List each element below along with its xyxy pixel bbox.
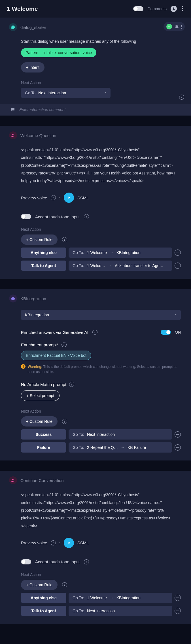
custom-rule-button[interactable]: + Custom Rule xyxy=(21,580,58,590)
touch-tone-label: Accept touch-tone input xyxy=(35,559,80,564)
info-icon[interactable]: i xyxy=(179,95,184,100)
add-intent-button[interactable]: + Intent xyxy=(21,62,44,72)
rule-target[interactable]: Go To: Next Interaction xyxy=(69,429,172,440)
card-title: Welcome Question xyxy=(20,133,56,138)
svg-point-2 xyxy=(13,134,14,135)
next-action-label: Next Action xyxy=(21,409,181,413)
enriched-label: Enriched answers via Generative AI xyxy=(21,330,88,335)
play-button[interactable] xyxy=(64,538,74,548)
card-overflow-icon[interactable] xyxy=(181,25,182,29)
kb-integration-card: KBIntegration KBIntegration Enriched ans… xyxy=(0,289,191,460)
dialog-description: Start this dialog when user message matc… xyxy=(21,39,181,44)
chevron-down-icon xyxy=(174,312,177,317)
remove-rule-button[interactable] xyxy=(175,444,181,451)
rule-row: Talk to Agent Go To: 1 Welco… → Ask abou… xyxy=(21,261,181,271)
info-icon[interactable]: i xyxy=(62,237,67,242)
kb-select[interactable]: KBIntegration xyxy=(21,310,181,320)
info-icon[interactable]: i xyxy=(62,419,67,424)
next-action-select[interactable]: Go To: Next Interaction xyxy=(21,88,111,98)
enrichment-chip[interactable]: Enrichment Factual EN - Voice bot xyxy=(21,351,91,360)
rule-condition[interactable]: Success xyxy=(21,429,66,440)
info-icon[interactable]: i xyxy=(62,582,67,587)
rule-row: Failure Go To: 2 Repeat the Q… → KB Fail… xyxy=(21,442,181,453)
overflow-menu-icon[interactable] xyxy=(181,5,184,12)
play-button[interactable] xyxy=(64,193,74,203)
no-match-label: No Article Match prompt xyxy=(21,382,66,387)
touch-tone-label: Accept touch-tone input xyxy=(35,214,80,219)
comments-toggle[interactable] xyxy=(133,6,143,11)
rule-condition[interactable]: Talk to Agent xyxy=(21,606,66,616)
touch-tone-toggle[interactable] xyxy=(21,214,31,219)
rule-condition[interactable]: Talk to Agent xyxy=(21,261,66,271)
warning-icon: ! xyxy=(21,364,26,369)
svg-point-0 xyxy=(173,7,175,9)
preview-voice-label: Preview voice xyxy=(21,540,47,545)
preview-voice-label: Preview voice xyxy=(21,195,47,200)
info-icon[interactable]: i xyxy=(51,195,56,200)
custom-rule-button[interactable]: + Custom Rule xyxy=(21,234,58,245)
warning-row: ! Warning: This is the default prompt, w… xyxy=(21,364,181,374)
question-icon xyxy=(9,476,17,484)
select-prompt-button[interactable]: + Select prompt xyxy=(21,390,60,401)
card-title: KBIntegration xyxy=(20,296,46,301)
rule-target[interactable]: Go To: 1 Welco… → Ask about transfer to … xyxy=(69,261,172,271)
comment-icon xyxy=(10,107,15,112)
remove-rule-button[interactable] xyxy=(175,250,181,256)
ssml-label: SSML xyxy=(77,195,89,200)
welcome-question-card: Welcome Question <speak version="1.0" xm… xyxy=(0,126,191,279)
svg-point-3 xyxy=(12,479,13,480)
cloud-icon xyxy=(9,295,17,302)
rule-row: Anything else Go To: 1 Welcome → KBInteg… xyxy=(21,248,181,258)
info-icon[interactable]: i xyxy=(84,214,89,219)
arrow-right-icon: → xyxy=(108,263,112,268)
page-header: 1 Welcome Comments xyxy=(0,0,191,18)
next-action-label: Next Action xyxy=(21,572,181,577)
rule-row: Anything else Go To: 1 Welcome → KBInteg… xyxy=(21,593,181,603)
custom-rule-button[interactable]: + Custom Rule xyxy=(21,416,58,427)
rule-target[interactable]: Go To: 2 Repeat the Q… → KB Failure xyxy=(69,442,172,453)
remove-rule-button[interactable] xyxy=(175,608,181,614)
ssml-content: <speak version="1.0" xmlns="http://www.w… xyxy=(21,491,181,530)
info-icon[interactable]: i xyxy=(92,330,97,335)
comment-input[interactable]: Enter interaction comment xyxy=(0,104,191,116)
rule-row: Success Go To: Next Interaction xyxy=(21,429,181,440)
ssml-content: <speak version="1.0" xmlns="http://www.w… xyxy=(21,146,181,185)
comments-label: Comments xyxy=(147,7,167,11)
card-title: dialog_starter xyxy=(20,25,46,30)
chevron-down-icon xyxy=(104,90,107,95)
card-action-tray xyxy=(164,22,185,31)
rule-target[interactable]: Go To: 1 Welcome → KBIntegration xyxy=(69,593,172,603)
enrichment-prompt-label: Enrichment prompt* xyxy=(21,342,59,347)
info-icon[interactable]: i xyxy=(84,559,89,564)
info-icon[interactable]: i xyxy=(61,342,67,347)
rule-condition[interactable]: Failure xyxy=(21,442,66,453)
card-title: Continue Conversation xyxy=(20,478,64,483)
toggle-on-label: ON xyxy=(175,330,181,334)
info-icon[interactable]: i xyxy=(69,382,74,387)
arrow-right-icon: → xyxy=(110,596,114,600)
svg-point-4 xyxy=(13,479,14,480)
rule-target[interactable]: Go To: Next Interaction xyxy=(69,606,172,616)
remove-rule-button[interactable] xyxy=(175,263,181,269)
rule-condition[interactable]: Anything else xyxy=(21,248,66,258)
rule-row: Talk to Agent Go To: Next Interaction xyxy=(21,606,181,616)
svg-point-1 xyxy=(12,134,13,135)
status-ok-icon xyxy=(166,24,172,29)
arrow-right-icon: → xyxy=(110,250,114,255)
ssml-label: SSML xyxy=(77,540,89,545)
gear-icon[interactable] xyxy=(174,24,179,29)
user-icon[interactable] xyxy=(171,6,177,12)
next-action-label: Next Action xyxy=(21,80,181,85)
rule-condition[interactable]: Anything else xyxy=(21,593,66,603)
enriched-toggle[interactable] xyxy=(161,330,171,335)
page-title: 1 Welcome xyxy=(7,5,38,12)
pattern-chip[interactable]: Pattern: initialize_conversation_voice xyxy=(21,48,96,57)
remove-rule-button[interactable] xyxy=(175,431,181,438)
info-icon[interactable]: i xyxy=(51,540,56,545)
remove-rule-button[interactable] xyxy=(175,595,181,601)
question-icon xyxy=(9,131,17,139)
touch-tone-toggle[interactable] xyxy=(21,559,31,564)
dialog-starter-card: dialog_starter Start this dialog when us… xyxy=(0,18,191,116)
continue-conversation-card: Continue Conversation <speak version="1.… xyxy=(0,471,191,624)
rule-target[interactable]: Go To: 1 Welcome → KBIntegration xyxy=(69,248,172,258)
